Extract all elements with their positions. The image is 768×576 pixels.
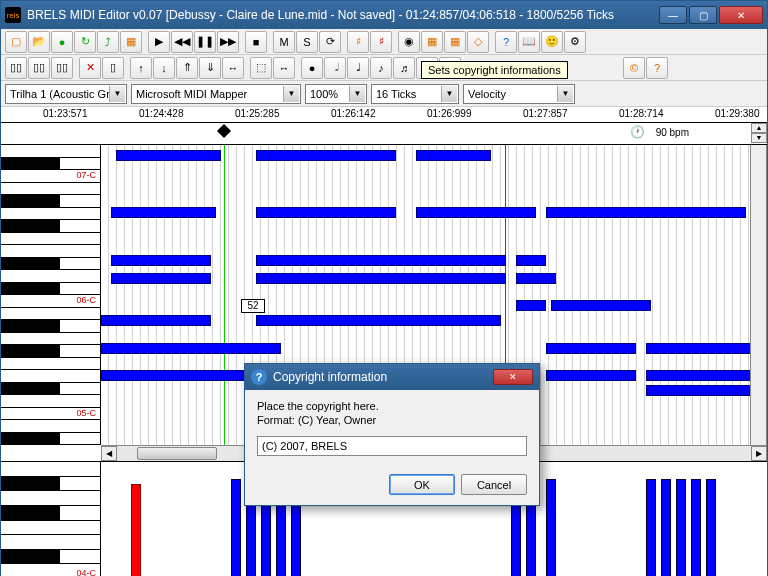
zoom-select[interactable]: 100% ▼ <box>305 84 367 104</box>
quarter-note-button[interactable]: ♩ <box>347 57 369 79</box>
midi-note[interactable] <box>551 300 651 311</box>
reload-button[interactable]: ↻ <box>74 31 96 53</box>
rewind-button[interactable]: ◀◀ <box>171 31 193 53</box>
stop-button[interactable]: ■ <box>245 31 267 53</box>
midi-note[interactable] <box>111 273 211 284</box>
help-button[interactable]: ? <box>495 31 517 53</box>
tool2-button[interactable]: ▯▯ <box>28 57 50 79</box>
cancel-button[interactable]: Cancel <box>461 474 527 495</box>
midi-note[interactable] <box>646 343 756 354</box>
mixer2-button[interactable]: ♯ <box>370 31 392 53</box>
scroll-thumb[interactable] <box>137 447 217 460</box>
preferences-button[interactable]: ⚙ <box>564 31 586 53</box>
midi-note[interactable] <box>101 343 281 354</box>
midi-note[interactable] <box>516 300 546 311</box>
midi-note[interactable] <box>516 255 546 266</box>
whole-note-button[interactable]: ● <box>301 57 323 79</box>
vertical-scrollbar[interactable] <box>750 145 766 445</box>
midi-note[interactable] <box>256 315 501 326</box>
chevron-down-icon[interactable]: ▼ <box>283 86 299 102</box>
select1-button[interactable]: ▦ <box>421 31 443 53</box>
help2-button[interactable]: ? <box>646 57 668 79</box>
velocity-bar[interactable] <box>231 479 241 576</box>
chevron-down-icon[interactable]: ▼ <box>557 86 573 102</box>
piano-keyboard[interactable]: 07-C 06-C 05-C <box>1 145 101 445</box>
midi-note[interactable] <box>101 315 211 326</box>
export-button[interactable]: ⤴ <box>97 31 119 53</box>
velocity-bar[interactable] <box>646 479 656 576</box>
stretch-button[interactable]: ↔ <box>222 57 244 79</box>
close-button[interactable]: ✕ <box>719 6 763 24</box>
midi-note[interactable] <box>546 343 636 354</box>
track-select[interactable]: Trilha 1 (Acoustic Grar ▼ <box>5 84 127 104</box>
chevron-down-icon[interactable]: ▼ <box>109 86 125 102</box>
midi-note[interactable] <box>256 273 506 284</box>
chevron-down-icon[interactable]: ▼ <box>441 86 457 102</box>
midi-note[interactable] <box>416 207 536 218</box>
midi-note[interactable] <box>646 370 756 381</box>
new-button[interactable]: ▢ <box>5 31 27 53</box>
velocity-bar[interactable] <box>676 479 686 576</box>
chevron-down-icon[interactable]: ▼ <box>349 86 365 102</box>
pause-button[interactable]: ❚❚ <box>194 31 216 53</box>
param-select[interactable]: Velocity ▼ <box>463 84 575 104</box>
midi-note[interactable] <box>646 385 756 396</box>
midi-note[interactable] <box>111 207 216 218</box>
time-ruler[interactable]: 01:23:571 01:24:428 01:25:285 01:26:142 … <box>1 107 767 123</box>
scroll-left-button[interactable]: ◀ <box>101 446 117 461</box>
play-button[interactable]: ▶ <box>148 31 170 53</box>
grid-button[interactable]: ▦ <box>120 31 142 53</box>
maximize-button[interactable]: ▢ <box>689 6 717 24</box>
midi-note[interactable] <box>546 207 746 218</box>
scroll-right-button[interactable]: ▶ <box>751 446 767 461</box>
copyright-input[interactable] <box>257 436 527 456</box>
half-note-button[interactable]: 𝅗𝅥 <box>324 57 346 79</box>
about-button[interactable]: 🙂 <box>541 31 563 53</box>
midi-note[interactable] <box>516 273 556 284</box>
solo-button[interactable]: S <box>296 31 318 53</box>
midi-note[interactable] <box>256 207 396 218</box>
snap-select[interactable]: 16 Ticks ▼ <box>371 84 459 104</box>
tool1-button[interactable]: ▯▯ <box>5 57 27 79</box>
velocity-bar[interactable] <box>131 484 141 576</box>
marquee-button[interactable]: ⬚ <box>250 57 272 79</box>
loop-button[interactable]: ⟳ <box>319 31 341 53</box>
delete-button[interactable]: ✕ <box>79 57 101 79</box>
scroll-up-button[interactable]: ▲ <box>751 123 767 133</box>
select2-button[interactable]: ▦ <box>444 31 466 53</box>
midi-note[interactable] <box>256 255 506 266</box>
tempo-marker-icon[interactable] <box>217 124 231 138</box>
octave-up-button[interactable]: ⇑ <box>176 57 198 79</box>
copyright-button[interactable]: © <box>623 57 645 79</box>
record-button[interactable]: ◉ <box>398 31 420 53</box>
tempo-track[interactable]: 🕐 90 bpm ▲ ▼ <box>1 123 767 145</box>
device-select[interactable]: Microsoft MIDI Mapper ▼ <box>131 84 301 104</box>
octave-down-button[interactable]: ⇓ <box>199 57 221 79</box>
docs-button[interactable]: 📖 <box>518 31 540 53</box>
tool3-button[interactable]: ▯▯ <box>51 57 73 79</box>
velocity-bar[interactable] <box>691 479 701 576</box>
minimize-button[interactable]: — <box>659 6 687 24</box>
eraser-button[interactable]: ◇ <box>467 31 489 53</box>
midi-note[interactable] <box>256 150 396 161</box>
move-down-button[interactable]: ↓ <box>153 57 175 79</box>
dialog-close-button[interactable]: ✕ <box>493 369 533 385</box>
sixteenth-note-button[interactable]: ♬ <box>393 57 415 79</box>
midi-note[interactable] <box>416 150 491 161</box>
velocity-bar[interactable] <box>661 479 671 576</box>
midi-note[interactable] <box>111 255 211 266</box>
eighth-note-button[interactable]: ♪ <box>370 57 392 79</box>
midi-note[interactable] <box>546 370 636 381</box>
mixer-button[interactable]: ♯ <box>347 31 369 53</box>
save-button[interactable]: ● <box>51 31 73 53</box>
velocity-bar[interactable] <box>546 479 556 576</box>
ok-button[interactable]: OK <box>389 474 455 495</box>
move-up-button[interactable]: ↑ <box>130 57 152 79</box>
midi-note[interactable] <box>116 150 221 161</box>
pan-button[interactable]: ↔ <box>273 57 295 79</box>
forward-button[interactable]: ▶▶ <box>217 31 239 53</box>
velocity-bar[interactable] <box>706 479 716 576</box>
mute-button[interactable]: M <box>273 31 295 53</box>
copy-button[interactable]: ▯ <box>102 57 124 79</box>
scroll-down-button[interactable]: ▼ <box>751 133 767 143</box>
